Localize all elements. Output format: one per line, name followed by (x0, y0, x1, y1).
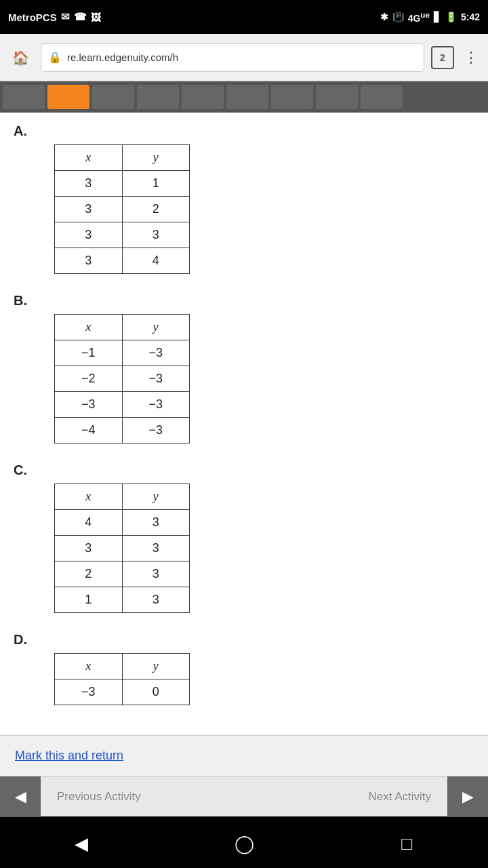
table-cell: 1 (122, 171, 190, 197)
vibrate-icon: 📳 (392, 12, 404, 22)
table-cell: −3 (122, 418, 190, 443)
option-a-block: A. x y 31323334 (14, 123, 474, 274)
browser-bar: 🏠 🔒 re.learn.edgenuity.com/h 2 ⋮ (0, 34, 488, 81)
tab-item-8[interactable] (361, 85, 403, 109)
mark-return-link[interactable]: Mark this and return (15, 749, 123, 763)
option-d-block: D. x y −30 (14, 632, 474, 705)
back-button[interactable]: ◀ (64, 827, 98, 861)
network-label: 4Gue (408, 10, 430, 24)
tab-item-2[interactable] (92, 85, 134, 109)
option-b-table: x y −1−3−2−3−3−3−4−3 (54, 314, 190, 443)
option-a-table: x y 31323334 (54, 144, 190, 274)
option-d-label: D. (14, 632, 474, 648)
tab-item-3[interactable] (137, 85, 179, 109)
table-row: 13 (55, 587, 190, 613)
table-cell: 3 (122, 222, 190, 248)
table-cell: 3 (122, 510, 190, 536)
tab-item-6[interactable] (271, 85, 313, 109)
table-row: 34 (55, 248, 190, 274)
option-b-block: B. x y −1−3−2−3−3−3−4−3 (14, 293, 474, 443)
table-cell: 3 (55, 248, 123, 274)
table-row: −1−3 (55, 340, 190, 366)
image-icon: 🖼 (91, 12, 101, 23)
table-cell: −1 (55, 340, 123, 366)
main-content: A. x y 31323334 B. x y −1−3−2−3−3−3−4−3 (0, 113, 488, 735)
table-cell: −4 (55, 418, 123, 443)
option-a-col-x: x (55, 145, 123, 171)
prev-button[interactable]: ◀ (0, 776, 41, 817)
tab-strip (0, 81, 488, 113)
table-row: −2−3 (55, 366, 190, 392)
table-row: 33 (55, 536, 190, 561)
tab-item-0[interactable] (3, 85, 45, 109)
option-a-label: A. (14, 123, 474, 139)
table-row: 32 (55, 197, 190, 222)
table-row: −4−3 (55, 418, 190, 443)
table-cell: 3 (55, 197, 123, 222)
table-cell: 4 (122, 248, 190, 274)
option-c-col-x: x (55, 484, 123, 510)
table-cell: −3 (122, 340, 190, 366)
table-cell: 3 (55, 171, 123, 197)
table-cell: 3 (55, 536, 123, 561)
tab-item-5[interactable] (226, 85, 268, 109)
status-left: MetroPCS ✉ ☎ 🖼 (8, 11, 101, 23)
android-nav: ◀ ◯ □ (0, 816, 488, 868)
menu-button[interactable]: ⋮ (461, 49, 481, 66)
table-row: 31 (55, 171, 190, 197)
url-bar[interactable]: 🔒 re.learn.edgenuity.com/h (41, 43, 424, 72)
table-row: −3−3 (55, 392, 190, 418)
mail-icon: ✉ (61, 11, 70, 23)
table-cell: 3 (122, 587, 190, 613)
table-cell: 2 (55, 561, 123, 587)
battery-icon: 🔋 (445, 12, 457, 22)
time-label: 5:42 (461, 12, 480, 22)
table-cell: −3 (55, 392, 123, 418)
recents-button[interactable]: □ (390, 827, 424, 861)
option-c-block: C. x y 43332313 (14, 462, 474, 613)
prev-label: Previous Activity (57, 790, 141, 804)
home-button-android[interactable]: ◯ (227, 827, 261, 861)
table-cell: −3 (122, 366, 190, 392)
table-cell: 2 (122, 197, 190, 222)
tab-item-7[interactable] (316, 85, 358, 109)
table-row: −30 (55, 679, 190, 705)
table-cell: 0 (122, 679, 190, 705)
table-cell: 3 (122, 561, 190, 587)
nfc-icon: ☎ (74, 11, 87, 23)
signal-icon: ▋ (434, 12, 441, 22)
table-cell: 3 (55, 222, 123, 248)
status-bar: MetroPCS ✉ ☎ 🖼 ✱ 📳 4Gue ▋ 🔋 5:42 (0, 0, 488, 34)
tab-item-4[interactable] (182, 85, 224, 109)
carrier-label: MetroPCS (8, 12, 57, 23)
option-a-col-y: y (122, 145, 190, 171)
table-cell: −3 (122, 392, 190, 418)
tab-item-1[interactable] (47, 85, 89, 109)
table-row: 23 (55, 561, 190, 587)
next-label: Next Activity (368, 790, 431, 804)
table-cell: −2 (55, 366, 123, 392)
nav-center: Previous Activity Next Activity (41, 790, 447, 804)
option-b-label: B. (14, 293, 474, 309)
lock-icon: 🔒 (48, 51, 62, 64)
option-c-col-y: y (122, 484, 190, 510)
url-text: re.learn.edgenuity.com/h (67, 52, 178, 63)
option-c-label: C. (14, 462, 474, 478)
option-c-table: x y 43332313 (54, 484, 190, 613)
status-right: ✱ 📳 4Gue ▋ 🔋 5:42 (380, 10, 480, 24)
next-button[interactable]: ▶ (447, 776, 488, 817)
home-button[interactable]: 🏠 (7, 44, 34, 71)
navigation-bar: ◀ Previous Activity Next Activity ▶ (0, 776, 488, 816)
tab-count[interactable]: 2 (431, 46, 454, 69)
table-cell: 4 (55, 510, 123, 536)
option-d-table: x y −30 (54, 653, 190, 705)
mark-return-bar: Mark this and return (0, 735, 488, 776)
option-b-col-y: y (122, 315, 190, 340)
option-d-col-y: y (122, 654, 190, 679)
table-row: 43 (55, 510, 190, 536)
table-row: 33 (55, 222, 190, 248)
table-cell: −3 (55, 679, 123, 705)
table-cell: 1 (55, 587, 123, 613)
option-d-col-x: x (55, 654, 123, 679)
table-cell: 3 (122, 536, 190, 561)
